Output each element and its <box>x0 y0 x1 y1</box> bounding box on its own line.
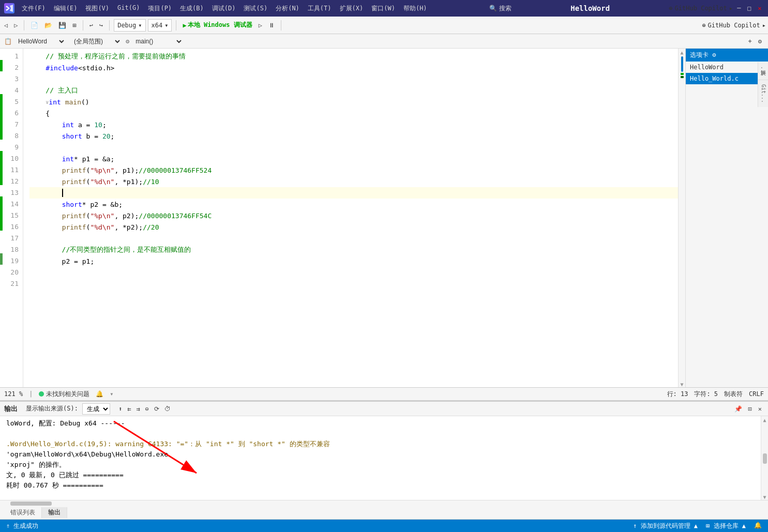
code-line-9 <box>29 142 678 153</box>
code-line-19: p2 = p1; <box>29 255 678 267</box>
save-button[interactable]: 💾 <box>56 21 68 30</box>
menu-tools[interactable]: 工具(T) <box>305 3 335 14</box>
code-line-14: short* p2 = &b; <box>29 199 678 210</box>
repository-button[interactable]: ⊞ 选择仓库 ▲ <box>706 522 746 530</box>
output-scrollbar[interactable]: ▲ ▼ <box>761 416 768 500</box>
code-line-4: // 主入口 <box>29 85 678 96</box>
forward-button[interactable]: ▷ <box>12 21 20 30</box>
debug-config-dropdown[interactable]: Debug ▾ <box>114 19 145 32</box>
minimize-button[interactable]: ─ <box>735 4 743 12</box>
menu-extensions[interactable]: 扩展(X) <box>337 3 367 14</box>
code-line-12: printf("%d\n", *p1);//10 <box>29 176 678 187</box>
code-line-21 <box>29 278 678 290</box>
code-editor[interactable]: // 预处理，程序运行之前，需要提前做的事情 #include<stdio.h>… <box>23 49 678 387</box>
menu-bar[interactable]: 文件(F) 编辑(E) 视图(V) Git(G) 项目(P) 生成(B) 调试(… <box>19 3 430 14</box>
menu-window[interactable]: 窗口(W) <box>368 3 398 14</box>
save-all-button[interactable]: ⊞ <box>70 21 78 30</box>
vertical-tab-strip[interactable]: 解决... Git... <box>758 62 768 107</box>
output-line-6: 文, 0 最新, 0 已跳过 ========== <box>6 470 755 480</box>
open-button[interactable]: 📂 <box>42 21 54 30</box>
menu-git[interactable]: Git(G) <box>114 3 143 14</box>
copilot-toolbar-icon: ⊕ <box>702 22 705 29</box>
add-tab-button[interactable]: + <box>746 37 754 46</box>
code-line-8: short b = 20; <box>29 130 678 142</box>
green-marker-2 <box>681 76 684 78</box>
status-green-icon <box>39 391 44 397</box>
output-wrap-left[interactable]: ⇇ <box>125 404 133 414</box>
output-source-dropdown[interactable]: 生成 <box>82 403 110 415</box>
back-button[interactable]: ◁ <box>2 21 10 30</box>
run-without-debug-button[interactable]: ▷ <box>257 21 264 30</box>
code-line-18: //不同类型的指针之间，是不能互相赋值的 <box>29 244 678 255</box>
maximize-button[interactable]: □ <box>745 4 754 12</box>
toolbar-separator-4 <box>176 20 176 31</box>
scroll-down-button[interactable]: ▼ <box>680 382 683 387</box>
undo-button[interactable]: ↩ <box>87 21 95 30</box>
menu-build[interactable]: 生成(B) <box>177 3 207 14</box>
notification-button[interactable]: 🔔 <box>754 522 762 530</box>
code-line-6: { <box>29 108 678 119</box>
copilot-toolbar-label: GitHub Copilot <box>708 22 760 29</box>
output-scroll-down[interactable]: ▼ <box>763 494 766 500</box>
solution-item-helloword[interactable]: HelloWord <box>686 62 768 73</box>
bottom-status-bar: ⇑ 生成成功 ↑ 添加到源代码管理 ▲ ⊞ 选择仓库 ▲ 🔔 <box>0 520 768 532</box>
menu-help[interactable]: 帮助(H) <box>400 3 430 14</box>
output-sync[interactable]: ⟳ <box>152 404 161 414</box>
menu-project[interactable]: 项目(P) <box>145 3 175 14</box>
search-label: 搜索 <box>499 4 511 13</box>
menu-analyze[interactable]: 分析(N) <box>273 3 303 14</box>
menu-view[interactable]: 视图(V) <box>82 3 112 14</box>
menu-debug[interactable]: 调试(D) <box>209 3 239 14</box>
notification-icon[interactable]: 🔔 <box>96 390 103 398</box>
dropdown-arrow-icon: ▾ <box>138 22 142 29</box>
expand-icon[interactable]: ▾ <box>110 390 113 398</box>
vertical-tab-2[interactable]: Git... <box>758 80 768 107</box>
redo-button[interactable]: ↪ <box>97 21 105 30</box>
output-dock-button[interactable]: ⊡ <box>746 404 754 414</box>
code-line-7: int a = 10; <box>29 119 678 130</box>
editor-scrollbar[interactable]: ▲ ▼ <box>678 49 685 387</box>
window-title: HelloWord <box>570 4 610 12</box>
char-indicator: 字符: 5 <box>694 390 718 399</box>
h-scroll-thumb[interactable] <box>10 501 52 506</box>
tab-error-list[interactable]: 错误列表 <box>4 507 42 518</box>
pause-button[interactable]: ⏸ <box>266 21 277 30</box>
tab-output[interactable]: 输出 <box>42 507 67 518</box>
search-icon: 🔍 <box>489 5 497 12</box>
scroll-up-button[interactable]: ▲ <box>680 50 683 55</box>
solution-item-hello-world-c[interactable]: Hello_World.c <box>686 73 768 84</box>
output-wrap-right[interactable]: ⇉ <box>134 404 142 414</box>
output-close-button[interactable]: ✕ <box>756 404 764 414</box>
zoom-level: 121 % <box>4 390 23 398</box>
copilot-toolbar[interactable]: ⊕ GitHub Copilot ▸ <box>702 22 766 29</box>
menu-test[interactable]: 测试(S) <box>240 3 270 14</box>
code-line-15: printf("%p\n", p2);//00000013746FF54C <box>29 210 678 221</box>
output-scroll-thumb[interactable] <box>763 453 767 464</box>
scope-selector[interactable]: (全局范围) <box>70 36 122 47</box>
output-scroll-up[interactable]: ▲ <box>763 417 766 423</box>
tab-settings-button[interactable]: ⚙ <box>756 37 764 46</box>
output-scroll-top[interactable]: ⬆ <box>116 404 124 414</box>
run-button[interactable]: ▶ 本地 Windows 调试器 <box>180 20 254 31</box>
platform-dropdown[interactable]: x64 ▾ <box>148 19 172 32</box>
editor-navbar: 📋 HelloWord (全局范围) ⚙ main() + ⚙ <box>0 34 768 49</box>
github-copilot[interactable]: ⊕ GitHub Copilot ▸ <box>669 5 733 12</box>
menu-file[interactable]: 文件(F) <box>19 3 49 14</box>
close-button[interactable]: ✕ <box>756 4 764 12</box>
output-timer[interactable]: ⏱ <box>162 404 173 414</box>
output-pin-button[interactable]: 📌 <box>732 404 744 414</box>
menu-edit[interactable]: 编辑(E) <box>51 3 81 14</box>
function-selector[interactable]: main() <box>131 36 183 47</box>
output-horizontal-scrollbar[interactable] <box>0 500 768 506</box>
file-selector[interactable]: HelloWord <box>14 36 66 47</box>
output-line-1: loWord, 配置: Debug x64 ------ <box>6 418 755 429</box>
output-panel-header: 输出 显示输出来源(S): 生成 ⬆ ⇇ ⇉ ⊖ ⟳ ⏱ 📌 ⊡ ✕ <box>0 402 768 416</box>
new-button[interactable]: 📄 <box>28 21 40 30</box>
line-indicator: 行: 13 <box>667 390 688 399</box>
vertical-tab-1[interactable]: 解决... <box>758 62 768 80</box>
output-clear[interactable]: ⊖ <box>143 404 151 414</box>
source-control-button[interactable]: ↑ 添加到源代码管理 ▲ <box>633 522 698 530</box>
code-line-17 <box>29 233 678 244</box>
right-panel-title: 选项卡 ⚙ <box>690 51 716 59</box>
scroll-thumb[interactable] <box>681 56 683 72</box>
